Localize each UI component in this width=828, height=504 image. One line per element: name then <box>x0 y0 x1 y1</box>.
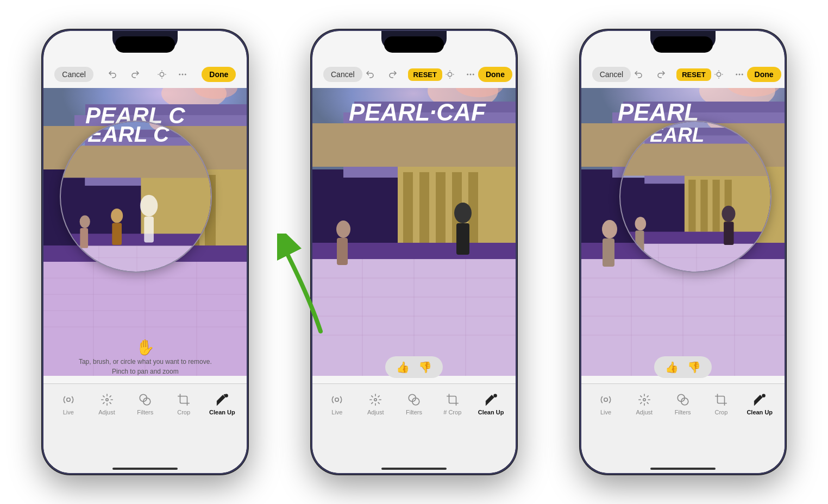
dynamic-island-3 <box>653 36 713 53</box>
redo-icon-2[interactable] <box>385 67 400 82</box>
adjust-icon-2 <box>368 393 382 407</box>
live-icon-3 <box>599 393 613 407</box>
toolbar-item-adjust-1[interactable]: Adjust <box>93 393 121 415</box>
cleanup-label-3: Clean Up <box>747 409 773 415</box>
reset-button-3[interactable]: RESET <box>676 68 711 81</box>
toolbar-item-cleanup-1[interactable]: Clean Up <box>209 393 236 415</box>
toolbar-item-live-3[interactable]: Live <box>592 393 619 415</box>
toolbar-items-3: Live Adjust <box>581 384 785 418</box>
toolbar-2: Live Adjust <box>312 383 516 473</box>
undo-icon-2[interactable] <box>362 67 378 82</box>
phone-3-screen: Cancel RESET <box>581 31 785 473</box>
cancel-button-1[interactable]: Cancel <box>54 67 93 82</box>
home-indicator-2 <box>381 468 447 470</box>
toolbar-item-adjust-3[interactable]: Adjust <box>631 393 658 415</box>
thumbs-area-2: 👍 👎 <box>385 356 443 378</box>
toolbar-item-crop-3[interactable]: Crop <box>707 393 735 415</box>
thumbs-up-button-3[interactable]: 👍 <box>665 361 679 374</box>
svg-point-87 <box>335 398 339 402</box>
done-button-1[interactable]: Done <box>202 67 236 82</box>
toolbar-item-cleanup-3[interactable]: Clean Up <box>746 393 773 415</box>
toolbar-item-live-1[interactable]: Live <box>55 393 82 415</box>
adjust-label-1: Adjust <box>98 409 115 415</box>
adjust-label-3: Adjust <box>636 409 653 415</box>
cancel-button-3[interactable]: Cancel <box>592 67 631 82</box>
cleanup-icon-3 <box>752 393 767 407</box>
crop-icon-2 <box>446 393 460 407</box>
svg-rect-71 <box>436 172 446 248</box>
svg-point-2 <box>182 74 184 75</box>
done-button-3[interactable]: Done <box>747 67 781 82</box>
svg-point-0 <box>160 72 164 77</box>
svg-point-93 <box>736 74 737 75</box>
thumbs-up-button-2[interactable]: 👍 <box>396 361 410 374</box>
svg-point-144 <box>643 399 645 401</box>
live-label-2: Live <box>331 409 342 415</box>
adjust-icon-1 <box>100 393 114 407</box>
svg-rect-69 <box>403 172 413 248</box>
svg-point-95 <box>741 74 743 75</box>
phone-2-screen: Cancel RESET <box>312 31 516 473</box>
toolbar-item-filters-1[interactable]: Filters <box>131 393 159 415</box>
more-icon-1[interactable] <box>175 67 190 82</box>
svg-rect-114 <box>603 238 614 267</box>
svg-point-60 <box>473 74 474 75</box>
svg-rect-36 <box>61 146 212 178</box>
live-label-1: Live <box>63 409 74 415</box>
svg-rect-131 <box>712 180 719 232</box>
auto-icon-2[interactable] <box>442 67 457 82</box>
toolbar-item-cleanup-2[interactable]: Clean Up <box>478 393 505 415</box>
cleanup-icon-2 <box>484 393 498 407</box>
phone-1-topbar: Cancel <box>43 61 247 88</box>
toolbar-item-crop-1[interactable]: Crop <box>170 393 197 415</box>
thumbs-down-button-3[interactable]: 👎 <box>687 361 701 374</box>
crop-icon-1 <box>177 393 191 407</box>
undo-icon-1[interactable] <box>105 67 120 82</box>
home-indicator-1 <box>112 468 178 470</box>
undo-icon-3[interactable] <box>631 67 646 82</box>
live-icon-2 <box>330 393 344 407</box>
done-button-2[interactable]: Done <box>478 67 512 82</box>
phone-2-topbar: Cancel RESET <box>312 61 516 88</box>
cancel-button-2[interactable]: Cancel <box>323 67 362 82</box>
auto-icon-3[interactable] <box>711 67 726 82</box>
top-icons-1 <box>105 67 143 82</box>
thumbs-down-button-2[interactable]: 👎 <box>418 361 432 374</box>
green-arrow <box>277 234 342 344</box>
phone-3-topbar: Cancel RESET <box>581 61 785 88</box>
toolbar-items-2: Live Adjust <box>312 384 516 418</box>
toolbar-item-filters-2[interactable]: Filters <box>400 393 428 415</box>
toolbar-3: Live Adjust <box>581 383 785 473</box>
more-icon-2[interactable] <box>463 67 478 82</box>
svg-text:PEARL·CAF: PEARL·CAF <box>349 99 486 125</box>
toolbar-item-adjust-2[interactable]: Adjust <box>362 393 389 415</box>
toolbar-item-live-2[interactable]: Live <box>323 393 350 415</box>
more-icon-3[interactable] <box>732 67 747 82</box>
svg-rect-70 <box>419 172 429 248</box>
svg-point-55 <box>224 394 228 398</box>
svg-point-58 <box>467 74 468 75</box>
svg-point-43 <box>111 209 123 223</box>
redo-icon-1[interactable] <box>128 67 143 82</box>
cleanup-label-2: Clean Up <box>478 409 504 415</box>
svg-rect-129 <box>688 180 695 232</box>
svg-rect-130 <box>700 180 707 232</box>
adjust-icon-3 <box>637 393 651 407</box>
crop-icon-3 <box>714 393 728 407</box>
svg-point-88 <box>374 399 377 401</box>
dynamic-island-1 <box>115 36 175 53</box>
svg-point-135 <box>722 206 735 222</box>
crop-label-3: Crop <box>715 409 728 415</box>
toolbar-item-filters-3[interactable]: Filters <box>669 393 697 415</box>
reset-button-2[interactable]: RESET <box>408 68 442 81</box>
redo-icon-3[interactable] <box>654 67 669 82</box>
svg-point-57 <box>448 72 452 77</box>
phone-1-screen: Cancel <box>43 31 247 473</box>
dynamic-island-2 <box>384 36 444 53</box>
svg-point-94 <box>738 74 740 75</box>
auto-icon-1[interactable] <box>154 67 170 82</box>
svg-point-3 <box>185 74 186 75</box>
svg-point-41 <box>140 195 158 217</box>
toolbar-items-1: Live Adjust <box>43 384 247 418</box>
toolbar-item-crop-2[interactable]: # Crop <box>439 393 466 415</box>
